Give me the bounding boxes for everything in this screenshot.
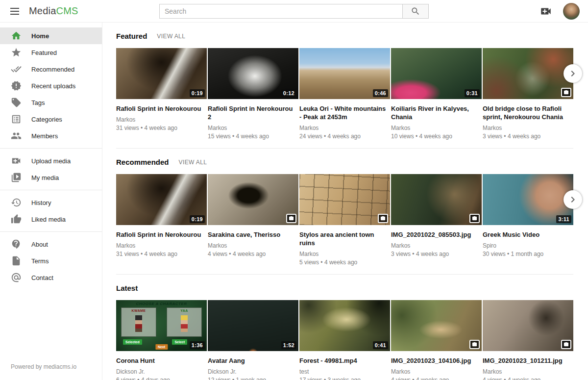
media-author[interactable]: Markos — [208, 125, 298, 131]
search-icon — [411, 6, 420, 16]
media-title[interactable]: Old bridge close to Rafioli sprint, Nero… — [483, 104, 573, 121]
sidebar-item-about[interactable]: About — [0, 236, 102, 253]
sidebar-item-label: Categories — [31, 116, 62, 123]
sidebar-item-members[interactable]: Members — [0, 127, 102, 144]
media-title[interactable]: Corona Hunt — [116, 356, 207, 365]
media-card: 0:41 Forest - 49981.mp4 test 17 views • … — [299, 300, 390, 380]
media-author[interactable]: Dickson Jr. — [116, 368, 207, 375]
media-meta: 30 views • 1 month ago — [483, 251, 573, 257]
sidebar-item-tags[interactable]: Tags — [0, 94, 102, 111]
media-thumbnail[interactable] — [299, 174, 390, 225]
media-title[interactable]: IMG_20201023_104106.jpg — [391, 356, 482, 365]
media-thumbnail[interactable] — [391, 300, 482, 351]
media-author[interactable]: Markos — [116, 242, 207, 249]
media-thumbnail[interactable] — [483, 300, 573, 351]
top-bar: MediaCMS — [0, 0, 588, 23]
game-choose-character-text: CHOOSE A CHARACTER — [116, 302, 207, 306]
done-all-icon — [11, 64, 22, 75]
next-arrow-button[interactable] — [564, 64, 582, 83]
media-meta: 12 views • 1 week ago — [208, 377, 298, 380]
media-author[interactable]: Spiro — [483, 242, 573, 249]
section-title: Featured — [116, 32, 147, 40]
search-button[interactable] — [402, 4, 429, 19]
game-character-left-name: KWAME — [122, 309, 156, 312]
menu-icon[interactable] — [9, 5, 21, 17]
media-card: 0:19 Rafioli Sprint in Nerokourou Markos… — [116, 48, 207, 140]
sidebar-item-featured[interactable]: Featured — [0, 44, 102, 61]
game-next-button: Next — [155, 344, 168, 350]
camera-icon — [561, 340, 571, 349]
media-author[interactable]: Markos — [483, 368, 573, 375]
sidebar-item-label: About — [31, 241, 48, 248]
media-title[interactable]: Stylos area ancient town ruins — [299, 230, 390, 247]
media-author[interactable]: Markos — [391, 125, 482, 131]
media-thumbnail[interactable]: 0:41 — [299, 300, 390, 351]
sidebar-item-liked-media[interactable]: Liked media — [0, 211, 102, 228]
sidebar-item-label: Recent uploads — [31, 82, 75, 90]
chevron-right-icon — [567, 68, 579, 79]
media-thumbnail[interactable]: 0:12 — [208, 48, 298, 99]
card-row: 0:19 Rafioli Sprint in Nerokourou Markos… — [116, 48, 573, 140]
media-author[interactable]: Markos — [299, 125, 390, 131]
media-meta: 4 views • 4 weeks ago — [208, 251, 298, 257]
section-title: Recommended — [116, 158, 169, 166]
media-title[interactable]: Greek Music Video — [483, 230, 573, 239]
media-title[interactable]: Forest - 49981.mp4 — [299, 356, 390, 365]
sidebar-item-home[interactable]: Home — [0, 27, 102, 44]
media-author[interactable]: Markos — [391, 368, 482, 375]
media-card: IMG_20201022_085503.jpg Markos 3 views •… — [391, 174, 482, 266]
media-title[interactable]: Koiliaris River in Kalyves, Chania — [391, 104, 482, 121]
sidebar-item-label: History — [31, 199, 51, 206]
sidebar-item-my-media[interactable]: My media — [0, 169, 102, 186]
media-author[interactable]: test — [299, 368, 390, 375]
view-all-link[interactable]: VIEW ALL — [179, 159, 207, 166]
media-title[interactable]: IMG_20201022_085503.jpg — [391, 230, 482, 239]
media-author[interactable]: Markos — [483, 125, 573, 131]
sidebar-item-label: Recommended — [31, 66, 74, 73]
media-card: IMG_20201023_101211.jpg Markos 4 views •… — [483, 300, 573, 380]
sidebar-item-contact[interactable]: Contact — [0, 269, 102, 286]
media-thumbnail[interactable]: CHOOSE A CHARACTER KWAME YAA Selected Ne… — [116, 300, 207, 351]
media-meta: 10 views • 4 weeks ago — [391, 133, 482, 140]
media-author[interactable]: Markos — [116, 116, 207, 123]
at-email-icon — [11, 272, 22, 283]
media-thumbnail[interactable]: 0:46 — [299, 48, 390, 99]
media-author[interactable]: Markos — [299, 251, 390, 257]
media-thumbnail[interactable] — [483, 48, 573, 99]
media-author[interactable]: Dickson Jr. — [208, 368, 298, 375]
avatar[interactable] — [563, 3, 580, 20]
media-title[interactable]: IMG_20201023_101211.jpg — [483, 356, 573, 365]
media-meta: 31 views • 4 weeks ago — [116, 125, 207, 131]
media-thumbnail[interactable] — [391, 174, 482, 225]
media-title[interactable]: Leuka Ori - White mountains - Peak at 24… — [299, 104, 390, 121]
media-thumbnail[interactable]: 0:19 — [116, 48, 207, 99]
media-title[interactable]: Rafioli Sprint in Nerokourou 2 — [208, 104, 298, 121]
media-title[interactable]: Rafioli Sprint in Nerokourou — [116, 230, 207, 239]
logo[interactable]: MediaCMS — [29, 5, 78, 17]
media-thumbnail[interactable]: 3:11 — [483, 174, 573, 225]
media-thumbnail[interactable]: 0:31 — [391, 48, 482, 99]
sidebar-item-upload-media[interactable]: Upload media — [0, 152, 102, 169]
logo-cms: CMS — [56, 5, 78, 16]
media-author[interactable]: Markos — [391, 242, 482, 249]
sidebar-item-categories[interactable]: Categories — [0, 111, 102, 127]
media-card: 3:11 Greek Music Video Spiro 30 views • … — [483, 174, 573, 266]
upload-video-icon — [11, 155, 22, 166]
media-title[interactable]: Sarakina cave, Therisso — [208, 230, 298, 239]
search-input[interactable] — [159, 4, 402, 19]
sidebar-item-history[interactable]: History — [0, 194, 102, 211]
game-selected-button: Selected — [123, 339, 142, 345]
media-thumbnail[interactable]: 0:19 — [116, 174, 207, 225]
sidebar-item-label: Home — [31, 32, 49, 40]
media-thumbnail[interactable]: 1:52 — [208, 300, 298, 351]
media-title[interactable]: Rafioli Sprint in Nerokourou — [116, 104, 207, 113]
media-title[interactable]: Avatar Aang — [208, 356, 298, 365]
media-thumbnail[interactable] — [208, 174, 298, 225]
media-author[interactable]: Markos — [208, 242, 298, 249]
sidebar-item-terms[interactable]: Terms — [0, 253, 102, 269]
sidebar-item-recent-uploads[interactable]: Recent uploads — [0, 77, 102, 94]
sidebar-item-recommended[interactable]: Recommended — [0, 61, 102, 77]
next-arrow-button[interactable] — [564, 190, 582, 209]
view-all-link[interactable]: VIEW ALL — [157, 33, 185, 40]
upload-video-icon[interactable] — [539, 5, 552, 18]
